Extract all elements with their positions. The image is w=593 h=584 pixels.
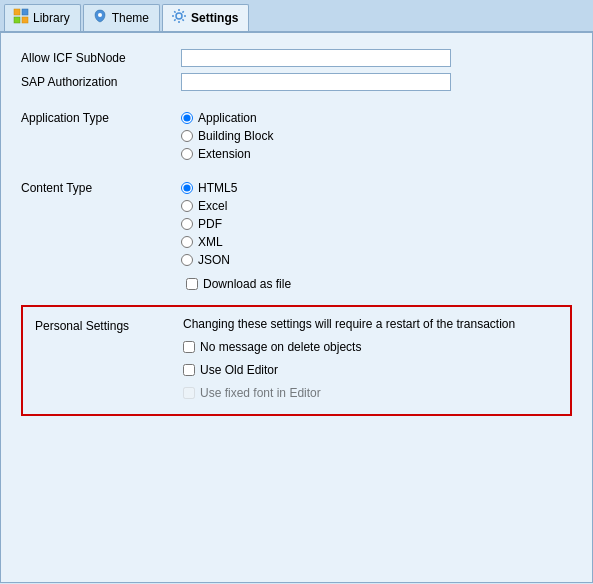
application-type-label: Application Type <box>21 111 181 125</box>
radio-json[interactable]: JSON <box>181 253 237 267</box>
download-as-file-label: Download as file <box>203 277 291 291</box>
tab-bar: Library Theme Settings <box>0 0 593 32</box>
radio-xml-input[interactable] <box>181 236 193 248</box>
settings-icon <box>171 8 187 27</box>
radio-json-label: JSON <box>198 253 230 267</box>
library-icon <box>13 8 29 27</box>
no-msg-delete[interactable]: No message on delete objects <box>183 340 515 354</box>
tab-library-label: Library <box>33 11 70 25</box>
radio-pdf-input[interactable] <box>181 218 193 230</box>
radio-html5-label: HTML5 <box>198 181 237 195</box>
content-type-row: Content Type HTML5 Excel PDF XML JSON <box>21 181 572 267</box>
tab-settings[interactable]: Settings <box>162 4 249 31</box>
sap-auth-row: SAP Authorization <box>21 73 572 91</box>
radio-html5-input[interactable] <box>181 182 193 194</box>
personal-settings-row: Personal Settings Changing these setting… <box>35 317 558 404</box>
use-old-editor[interactable]: Use Old Editor <box>183 363 515 377</box>
radio-pdf[interactable]: PDF <box>181 217 237 231</box>
svg-rect-0 <box>14 9 20 15</box>
no-msg-delete-checkbox[interactable] <box>183 341 195 353</box>
svg-rect-1 <box>22 9 28 15</box>
no-msg-delete-label: No message on delete objects <box>200 340 361 354</box>
radio-building-block[interactable]: Building Block <box>181 129 273 143</box>
content-type-group: HTML5 Excel PDF XML JSON <box>181 181 237 267</box>
svg-rect-2 <box>14 17 20 23</box>
sap-auth-label: SAP Authorization <box>21 75 181 89</box>
sap-auth-input[interactable] <box>181 73 451 91</box>
svg-point-5 <box>176 13 182 19</box>
radio-xml-label: XML <box>198 235 223 249</box>
radio-pdf-label: PDF <box>198 217 222 231</box>
personal-settings-label: Personal Settings <box>35 317 183 333</box>
radio-application-input[interactable] <box>181 112 193 124</box>
tab-library[interactable]: Library <box>4 4 81 31</box>
download-row: Download as file <box>21 277 572 295</box>
settings-content: Allow ICF SubNode SAP Authorization Appl… <box>0 32 593 583</box>
svg-point-4 <box>98 13 102 17</box>
personal-settings-content: Changing these settings will require a r… <box>183 317 515 404</box>
radio-excel-label: Excel <box>198 199 227 213</box>
radio-excel-input[interactable] <box>181 200 193 212</box>
personal-settings-box: Personal Settings Changing these setting… <box>21 305 572 416</box>
application-type-row: Application Type Application Building Bl… <box>21 111 572 161</box>
download-as-file-checkbox[interactable] <box>186 278 198 290</box>
tab-theme-label: Theme <box>112 11 149 25</box>
content-type-label: Content Type <box>21 181 181 195</box>
radio-extension-input[interactable] <box>181 148 193 160</box>
radio-excel[interactable]: Excel <box>181 199 237 213</box>
radio-extension-label: Extension <box>198 147 251 161</box>
allow-icf-input[interactable] <box>181 49 451 67</box>
radio-xml[interactable]: XML <box>181 235 237 249</box>
use-fixed-font-checkbox <box>183 387 195 399</box>
tab-theme[interactable]: Theme <box>83 4 160 31</box>
use-fixed-font-label: Use fixed font in Editor <box>200 386 321 400</box>
radio-application[interactable]: Application <box>181 111 273 125</box>
use-old-editor-label: Use Old Editor <box>200 363 278 377</box>
radio-html5[interactable]: HTML5 <box>181 181 237 195</box>
tab-settings-label: Settings <box>191 11 238 25</box>
radio-building-block-input[interactable] <box>181 130 193 142</box>
svg-rect-3 <box>22 17 28 23</box>
radio-extension[interactable]: Extension <box>181 147 273 161</box>
download-as-file[interactable]: Download as file <box>186 277 291 291</box>
personal-settings-note: Changing these settings will require a r… <box>183 317 515 331</box>
theme-icon <box>92 8 108 27</box>
radio-json-input[interactable] <box>181 254 193 266</box>
use-old-editor-checkbox[interactable] <box>183 364 195 376</box>
radio-application-label: Application <box>198 111 257 125</box>
allow-icf-row: Allow ICF SubNode <box>21 49 572 67</box>
radio-building-block-label: Building Block <box>198 129 273 143</box>
allow-icf-label: Allow ICF SubNode <box>21 51 181 65</box>
use-fixed-font: Use fixed font in Editor <box>183 386 515 400</box>
application-type-group: Application Building Block Extension <box>181 111 273 161</box>
